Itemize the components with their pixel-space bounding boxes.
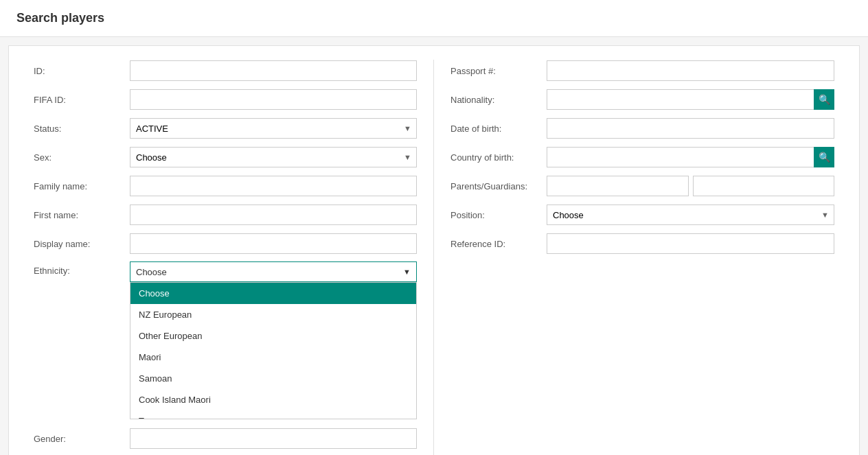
gender-row: Gender: [34,428,417,450]
ethnicity-label: Ethnicity: [34,266,130,276]
passport-input[interactable] [547,60,834,81]
country-birth-input-group: 🔍 [547,147,834,167]
ethnicity-menu: Choose NZ European Other European Maori … [130,282,417,419]
family-name-label: Family name: [34,181,130,191]
ethnicity-trigger[interactable]: Choose ▼ [130,261,417,282]
form-grid: ID: FIFA ID: Status: ACTIVE INACTIVE ▼ [25,60,843,455]
position-select[interactable]: Choose Goalkeeper Defender Midfielder Fo… [547,205,834,225]
first-name-label: First name: [34,210,130,220]
sex-row: Sex: Choose Male Female ▼ [34,146,417,168]
parents-input-2[interactable] [693,176,835,196]
ethnicity-option-nz-european[interactable]: NZ European [130,304,416,325]
sex-label: Sex: [34,152,130,163]
ethnicity-option-samoan[interactable]: Samoan [130,368,416,389]
family-name-input[interactable] [130,176,417,196]
nationality-search-button[interactable]: 🔍 [814,89,834,110]
gender-label: Gender: [34,434,130,444]
right-column: Passport #: Nationality: 🔍 Date of birth… [434,60,843,455]
ethnicity-option-tongan[interactable]: Tongan [130,410,416,419]
id-row: ID: [34,60,417,82]
passport-row: Passport #: [450,60,834,82]
passport-label: Passport #: [450,66,547,76]
nationality-input[interactable] [547,89,814,110]
nationality-row: Nationality: 🔍 [450,89,834,110]
fifa-id-row: FIFA ID: [34,89,417,110]
page-title: Search players [16,11,852,25]
ethnicity-option-cook-island[interactable]: Cook Island Maori [130,389,416,410]
parents-inputs [547,176,834,196]
gender-input[interactable] [130,428,417,449]
dob-label: Date of birth: [450,124,547,134]
display-name-input[interactable] [130,233,417,254]
dob-input[interactable] [547,118,834,139]
fifa-id-label: FIFA ID: [34,95,130,105]
ethnicity-dropdown: Choose ▼ Choose NZ European Other Europe… [130,261,417,282]
status-label: Status: [34,124,130,134]
country-birth-search-button[interactable]: 🔍 [814,147,834,167]
country-birth-row: Country of birth: 🔍 [450,146,834,168]
sex-select[interactable]: Choose Male Female [130,147,417,167]
ethnicity-option-other-european[interactable]: Other European [130,325,416,347]
position-row: Position: Choose Goalkeeper Defender Mid… [450,204,834,226]
country-birth-input[interactable] [547,147,814,167]
country-birth-search-icon: 🔍 [819,152,830,163]
position-select-wrapper: Choose Goalkeeper Defender Midfielder Fo… [547,205,834,225]
first-name-input[interactable] [130,205,417,225]
country-birth-label: Country of birth: [450,152,547,163]
status-select[interactable]: ACTIVE INACTIVE [130,118,417,139]
left-column: ID: FIFA ID: Status: ACTIVE INACTIVE ▼ [25,60,434,455]
display-name-label: Display name: [34,239,130,249]
position-label: Position: [450,210,547,220]
family-name-row: Family name: [34,175,417,197]
first-name-row: First name: [34,204,417,226]
parents-row: Parents/Guardians: [450,175,834,197]
sex-select-wrapper: Choose Male Female ▼ [130,147,417,167]
page-header: Search players [0,0,868,37]
reference-id-input[interactable] [547,233,834,254]
parents-label: Parents/Guardians: [450,181,547,191]
nationality-label: Nationality: [450,95,547,105]
nationality-search-icon: 🔍 [819,94,830,105]
ethnicity-chevron-icon: ▼ [403,268,411,276]
status-select-wrapper: ACTIVE INACTIVE ▼ [130,118,417,139]
status-row: Status: ACTIVE INACTIVE ▼ [34,117,417,139]
fifa-id-input[interactable] [130,89,417,110]
parents-input-1[interactable] [547,176,689,196]
reference-id-label: Reference ID: [450,239,547,249]
reference-id-row: Reference ID: [450,233,834,255]
ethnicity-option-maori[interactable]: Maori [130,347,416,368]
display-name-row: Display name: [34,233,417,255]
ethnicity-selected-value: Choose [136,267,167,277]
search-container: ID: FIFA ID: Status: ACTIVE INACTIVE ▼ [8,45,860,455]
ethnicity-row: Ethnicity: Choose ▼ Choose NZ European O… [34,261,417,283]
id-label: ID: [34,66,130,76]
dob-row: Date of birth: [450,117,834,139]
ethnicity-option-choose[interactable]: Choose [130,283,416,304]
nationality-input-group: 🔍 [547,89,834,110]
id-input[interactable] [130,60,417,81]
